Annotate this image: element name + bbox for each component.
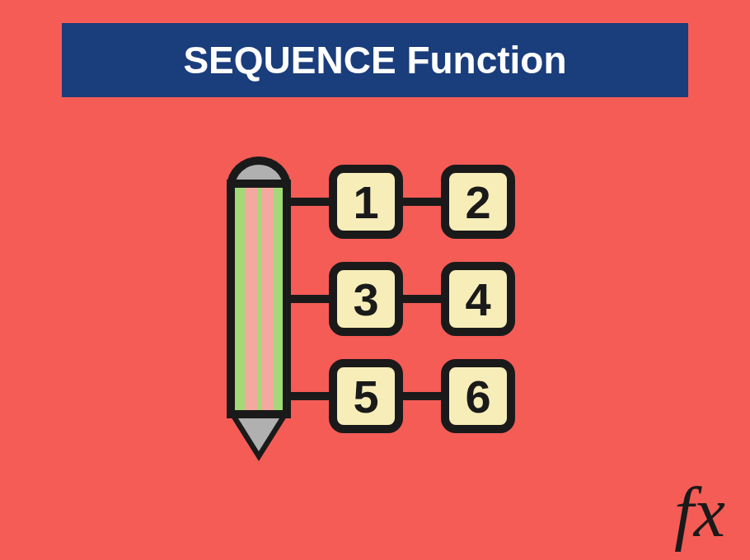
pencil-body bbox=[227, 180, 291, 418]
connector bbox=[284, 198, 334, 206]
sequence-value: 4 bbox=[465, 273, 490, 326]
page-title: SEQUENCE Function bbox=[183, 38, 566, 82]
sequence-box-6: 6 bbox=[441, 359, 515, 433]
sequence-value: 6 bbox=[465, 370, 490, 423]
sequence-box-1: 1 bbox=[329, 165, 403, 239]
sequence-value: 2 bbox=[465, 175, 490, 229]
pencil-tip bbox=[238, 418, 279, 451]
sequence-box-5: 5 bbox=[329, 359, 403, 433]
sequence-value: 1 bbox=[353, 175, 378, 229]
sequence-illustration: 1 2 3 4 5 6 bbox=[218, 156, 532, 469]
sequence-box-3: 3 bbox=[329, 262, 403, 336]
connector bbox=[284, 295, 334, 303]
connector bbox=[398, 392, 448, 400]
sequence-value: 3 bbox=[353, 273, 378, 326]
connector bbox=[284, 392, 334, 400]
pencil-stripe bbox=[245, 188, 257, 410]
fx-icon: fx bbox=[674, 471, 725, 553]
title-banner: SEQUENCE Function bbox=[62, 23, 688, 97]
sequence-value: 5 bbox=[353, 370, 378, 423]
pencil-stripe bbox=[261, 188, 274, 410]
connector bbox=[398, 295, 448, 303]
sequence-box-4: 4 bbox=[441, 262, 515, 336]
pencil-icon bbox=[227, 156, 291, 469]
connector bbox=[398, 198, 448, 206]
sequence-box-2: 2 bbox=[441, 165, 515, 239]
